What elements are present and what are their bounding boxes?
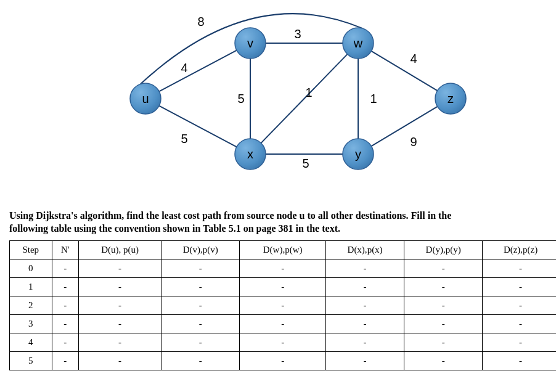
th-dz-d: D(z), [504,245,523,255]
cell-dz: - [483,314,556,333]
cell-step: 3 [10,314,52,333]
cell-step: 0 [10,259,52,277]
node-label-u: u [142,92,149,106]
cell-dz: - [483,296,556,314]
cell-dy: - [404,351,483,370]
cell-dw: - [240,277,326,296]
svg-line-8 [371,107,437,146]
th-nprime: N' [52,240,78,259]
table-row: 2------- [10,296,557,314]
cell-step: 4 [10,333,52,351]
edge-weight-v-w: 3 [294,27,301,41]
svg-line-1 [159,106,237,147]
cell-du: - [78,277,161,296]
edge-weight-x-w: 1 [305,86,312,100]
cell-nprime: - [52,351,78,370]
instructions-line2: following table using the convention sho… [9,223,340,234]
cell-dy: - [404,333,483,351]
cell-nprime: - [52,296,78,314]
th-dz-p: p(z) [523,245,538,255]
table-row: 4------- [10,333,557,351]
th-dy-d: D(y), [426,245,446,255]
cell-dw: - [240,259,326,277]
th-dw-d: D(w), [263,245,285,255]
th-dx: D(x),p(x) [326,240,404,259]
th-dw: D(w),p(w) [240,240,326,259]
graph-diagram: 4583515149uvwxyz [7,6,549,197]
edge-weight-u-v: 4 [181,61,187,75]
cell-dy: - [404,277,483,296]
cell-dx: - [326,259,404,277]
cell-du: - [78,314,161,333]
cell-nprime: - [52,314,78,333]
cell-dy: - [404,259,483,277]
th-dx-d: D(x), [348,245,367,255]
th-dv-d: D(v), [183,245,203,255]
edge-weight-x-y: 5 [302,157,309,171]
node-label-x: x [247,147,253,161]
edge-weight-v-x: 5 [237,92,244,106]
cell-dv: - [161,277,240,296]
edge-weight-u-w: 8 [197,15,204,29]
table-row: 1------- [10,277,557,296]
th-dy: D(y),p(y) [404,240,483,259]
cell-step: 5 [10,351,52,370]
edge-weight-w-z: 4 [410,52,417,66]
cell-du: - [78,259,161,277]
cell-dz: - [483,333,556,351]
cell-nprime: - [52,277,78,296]
cell-dy: - [404,296,483,314]
cell-dx: - [326,351,404,370]
cell-dv: - [161,314,240,333]
cell-step: 1 [10,277,52,296]
cell-dw: - [240,333,326,351]
table-header-row: Step N' D(u), p(u) D(v),p(v) D(w),p(w) D… [10,240,557,259]
cell-dz: - [483,259,556,277]
th-dv: D(v),p(v) [161,240,240,259]
instructions: Using Dijkstra's algorithm, find the lea… [9,210,547,235]
cell-dx: - [326,296,404,314]
th-step: Step [10,240,52,259]
cell-du: - [78,351,161,370]
cell-nprime: - [52,259,78,277]
th-du: D(u), p(u) [78,240,161,259]
node-label-w: w [354,36,362,51]
table-row: 5------- [10,351,557,370]
table-row: 3------- [10,314,557,333]
cell-nprime: - [52,333,78,351]
cell-dw: - [240,351,326,370]
cell-dx: - [326,314,404,333]
th-dy-p: p(y) [446,245,461,255]
cell-dw: - [240,314,326,333]
th-dw-p: p(w) [285,245,302,255]
svg-line-0 [159,51,237,92]
cell-dz: - [483,277,556,296]
cell-dy: - [404,314,483,333]
cell-du: - [78,333,161,351]
cell-dv: - [161,259,240,277]
edge-weight-w-y: 1 [370,92,377,106]
cell-du: - [78,296,161,314]
cell-dx: - [326,333,404,351]
instructions-line1: Using Dijkstra's algorithm, find the lea… [9,210,451,221]
svg-line-4 [261,54,347,143]
cell-dw: - [240,296,326,314]
node-label-v: v [247,36,253,51]
svg-line-7 [371,51,437,91]
graph-svg [7,6,549,197]
th-dv-p: p(v) [203,245,218,255]
table-row: 0------- [10,259,557,277]
dijkstra-table: Step N' D(u), p(u) D(v),p(v) D(w),p(w) D… [9,240,556,370]
cell-dz: - [483,351,556,370]
cell-step: 2 [10,296,52,314]
node-label-z: z [448,92,454,106]
cell-dv: - [161,351,240,370]
th-dx-p: p(x) [367,245,383,255]
edge-weight-u-x: 5 [181,132,187,146]
cell-dv: - [161,333,240,351]
th-dz: D(z),p(z) [483,240,556,259]
edge-weight-y-z: 9 [410,135,417,149]
cell-dv: - [161,296,240,314]
node-label-y: y [355,147,361,161]
cell-dx: - [326,277,404,296]
